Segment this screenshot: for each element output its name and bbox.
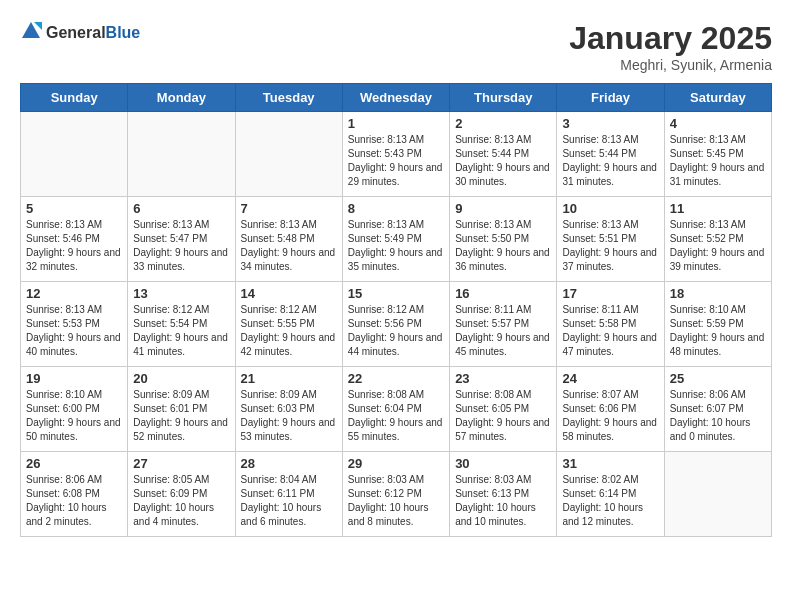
calendar-cell bbox=[664, 452, 771, 537]
cell-info: Sunrise: 8:06 AMSunset: 6:08 PMDaylight:… bbox=[26, 473, 122, 529]
calendar-cell: 29Sunrise: 8:03 AMSunset: 6:12 PMDayligh… bbox=[342, 452, 449, 537]
day-header-tuesday: Tuesday bbox=[235, 84, 342, 112]
cell-info: Sunrise: 8:13 AMSunset: 5:51 PMDaylight:… bbox=[562, 218, 658, 274]
day-number: 15 bbox=[348, 286, 444, 301]
day-number: 18 bbox=[670, 286, 766, 301]
calendar-cell: 23Sunrise: 8:08 AMSunset: 6:05 PMDayligh… bbox=[450, 367, 557, 452]
calendar-cell: 25Sunrise: 8:06 AMSunset: 6:07 PMDayligh… bbox=[664, 367, 771, 452]
cell-info: Sunrise: 8:08 AMSunset: 6:05 PMDaylight:… bbox=[455, 388, 551, 444]
day-number: 21 bbox=[241, 371, 337, 386]
calendar-cell: 8Sunrise: 8:13 AMSunset: 5:49 PMDaylight… bbox=[342, 197, 449, 282]
calendar-cell: 6Sunrise: 8:13 AMSunset: 5:47 PMDaylight… bbox=[128, 197, 235, 282]
location-subtitle: Meghri, Syunik, Armenia bbox=[569, 57, 772, 73]
calendar-cell: 14Sunrise: 8:12 AMSunset: 5:55 PMDayligh… bbox=[235, 282, 342, 367]
day-number: 5 bbox=[26, 201, 122, 216]
day-number: 31 bbox=[562, 456, 658, 471]
day-header-friday: Friday bbox=[557, 84, 664, 112]
page-header: GeneralBlue January 2025 Meghri, Syunik,… bbox=[20, 20, 772, 73]
day-number: 6 bbox=[133, 201, 229, 216]
calendar-cell: 9Sunrise: 8:13 AMSunset: 5:50 PMDaylight… bbox=[450, 197, 557, 282]
cell-info: Sunrise: 8:11 AMSunset: 5:58 PMDaylight:… bbox=[562, 303, 658, 359]
day-header-thursday: Thursday bbox=[450, 84, 557, 112]
title-area: January 2025 Meghri, Syunik, Armenia bbox=[569, 20, 772, 73]
cell-info: Sunrise: 8:09 AMSunset: 6:01 PMDaylight:… bbox=[133, 388, 229, 444]
calendar-cell: 22Sunrise: 8:08 AMSunset: 6:04 PMDayligh… bbox=[342, 367, 449, 452]
calendar-cell: 27Sunrise: 8:05 AMSunset: 6:09 PMDayligh… bbox=[128, 452, 235, 537]
day-number: 27 bbox=[133, 456, 229, 471]
calendar-table: SundayMondayTuesdayWednesdayThursdayFrid… bbox=[20, 83, 772, 537]
day-header-sunday: Sunday bbox=[21, 84, 128, 112]
calendar-cell: 15Sunrise: 8:12 AMSunset: 5:56 PMDayligh… bbox=[342, 282, 449, 367]
day-number: 26 bbox=[26, 456, 122, 471]
calendar-cell bbox=[21, 112, 128, 197]
calendar-cell: 19Sunrise: 8:10 AMSunset: 6:00 PMDayligh… bbox=[21, 367, 128, 452]
cell-info: Sunrise: 8:07 AMSunset: 6:06 PMDaylight:… bbox=[562, 388, 658, 444]
calendar-week-row: 5Sunrise: 8:13 AMSunset: 5:46 PMDaylight… bbox=[21, 197, 772, 282]
logo-blue: Blue bbox=[106, 24, 141, 41]
cell-info: Sunrise: 8:13 AMSunset: 5:48 PMDaylight:… bbox=[241, 218, 337, 274]
cell-info: Sunrise: 8:03 AMSunset: 6:12 PMDaylight:… bbox=[348, 473, 444, 529]
day-number: 11 bbox=[670, 201, 766, 216]
day-number: 22 bbox=[348, 371, 444, 386]
cell-info: Sunrise: 8:11 AMSunset: 5:57 PMDaylight:… bbox=[455, 303, 551, 359]
day-number: 8 bbox=[348, 201, 444, 216]
calendar-cell: 30Sunrise: 8:03 AMSunset: 6:13 PMDayligh… bbox=[450, 452, 557, 537]
cell-info: Sunrise: 8:13 AMSunset: 5:44 PMDaylight:… bbox=[455, 133, 551, 189]
day-number: 24 bbox=[562, 371, 658, 386]
calendar-cell: 24Sunrise: 8:07 AMSunset: 6:06 PMDayligh… bbox=[557, 367, 664, 452]
cell-info: Sunrise: 8:05 AMSunset: 6:09 PMDaylight:… bbox=[133, 473, 229, 529]
day-number: 1 bbox=[348, 116, 444, 131]
calendar-cell: 1Sunrise: 8:13 AMSunset: 5:43 PMDaylight… bbox=[342, 112, 449, 197]
cell-info: Sunrise: 8:13 AMSunset: 5:53 PMDaylight:… bbox=[26, 303, 122, 359]
calendar-cell: 26Sunrise: 8:06 AMSunset: 6:08 PMDayligh… bbox=[21, 452, 128, 537]
calendar-header-row: SundayMondayTuesdayWednesdayThursdayFrid… bbox=[21, 84, 772, 112]
calendar-cell: 5Sunrise: 8:13 AMSunset: 5:46 PMDaylight… bbox=[21, 197, 128, 282]
cell-info: Sunrise: 8:10 AMSunset: 6:00 PMDaylight:… bbox=[26, 388, 122, 444]
calendar-week-row: 12Sunrise: 8:13 AMSunset: 5:53 PMDayligh… bbox=[21, 282, 772, 367]
cell-info: Sunrise: 8:13 AMSunset: 5:49 PMDaylight:… bbox=[348, 218, 444, 274]
day-number: 28 bbox=[241, 456, 337, 471]
calendar-cell: 16Sunrise: 8:11 AMSunset: 5:57 PMDayligh… bbox=[450, 282, 557, 367]
day-number: 12 bbox=[26, 286, 122, 301]
day-number: 17 bbox=[562, 286, 658, 301]
calendar-cell: 20Sunrise: 8:09 AMSunset: 6:01 PMDayligh… bbox=[128, 367, 235, 452]
cell-info: Sunrise: 8:08 AMSunset: 6:04 PMDaylight:… bbox=[348, 388, 444, 444]
logo: GeneralBlue bbox=[20, 20, 140, 46]
cell-info: Sunrise: 8:02 AMSunset: 6:14 PMDaylight:… bbox=[562, 473, 658, 529]
day-header-wednesday: Wednesday bbox=[342, 84, 449, 112]
day-number: 19 bbox=[26, 371, 122, 386]
day-number: 13 bbox=[133, 286, 229, 301]
calendar-cell: 11Sunrise: 8:13 AMSunset: 5:52 PMDayligh… bbox=[664, 197, 771, 282]
day-number: 20 bbox=[133, 371, 229, 386]
calendar-cell: 12Sunrise: 8:13 AMSunset: 5:53 PMDayligh… bbox=[21, 282, 128, 367]
calendar-cell: 7Sunrise: 8:13 AMSunset: 5:48 PMDaylight… bbox=[235, 197, 342, 282]
day-number: 7 bbox=[241, 201, 337, 216]
cell-info: Sunrise: 8:09 AMSunset: 6:03 PMDaylight:… bbox=[241, 388, 337, 444]
calendar-week-row: 1Sunrise: 8:13 AMSunset: 5:43 PMDaylight… bbox=[21, 112, 772, 197]
calendar-cell bbox=[235, 112, 342, 197]
calendar-week-row: 26Sunrise: 8:06 AMSunset: 6:08 PMDayligh… bbox=[21, 452, 772, 537]
day-number: 14 bbox=[241, 286, 337, 301]
calendar-cell: 3Sunrise: 8:13 AMSunset: 5:44 PMDaylight… bbox=[557, 112, 664, 197]
cell-info: Sunrise: 8:06 AMSunset: 6:07 PMDaylight:… bbox=[670, 388, 766, 444]
cell-info: Sunrise: 8:13 AMSunset: 5:47 PMDaylight:… bbox=[133, 218, 229, 274]
day-header-saturday: Saturday bbox=[664, 84, 771, 112]
cell-info: Sunrise: 8:12 AMSunset: 5:54 PMDaylight:… bbox=[133, 303, 229, 359]
calendar-cell: 2Sunrise: 8:13 AMSunset: 5:44 PMDaylight… bbox=[450, 112, 557, 197]
day-number: 16 bbox=[455, 286, 551, 301]
cell-info: Sunrise: 8:13 AMSunset: 5:45 PMDaylight:… bbox=[670, 133, 766, 189]
cell-info: Sunrise: 8:13 AMSunset: 5:50 PMDaylight:… bbox=[455, 218, 551, 274]
cell-info: Sunrise: 8:03 AMSunset: 6:13 PMDaylight:… bbox=[455, 473, 551, 529]
cell-info: Sunrise: 8:13 AMSunset: 5:44 PMDaylight:… bbox=[562, 133, 658, 189]
calendar-cell: 31Sunrise: 8:02 AMSunset: 6:14 PMDayligh… bbox=[557, 452, 664, 537]
month-title: January 2025 bbox=[569, 20, 772, 57]
day-number: 25 bbox=[670, 371, 766, 386]
cell-info: Sunrise: 8:12 AMSunset: 5:56 PMDaylight:… bbox=[348, 303, 444, 359]
logo-general: General bbox=[46, 24, 106, 41]
calendar-cell: 18Sunrise: 8:10 AMSunset: 5:59 PMDayligh… bbox=[664, 282, 771, 367]
day-number: 30 bbox=[455, 456, 551, 471]
cell-info: Sunrise: 8:04 AMSunset: 6:11 PMDaylight:… bbox=[241, 473, 337, 529]
calendar-cell bbox=[128, 112, 235, 197]
calendar-week-row: 19Sunrise: 8:10 AMSunset: 6:00 PMDayligh… bbox=[21, 367, 772, 452]
day-number: 10 bbox=[562, 201, 658, 216]
